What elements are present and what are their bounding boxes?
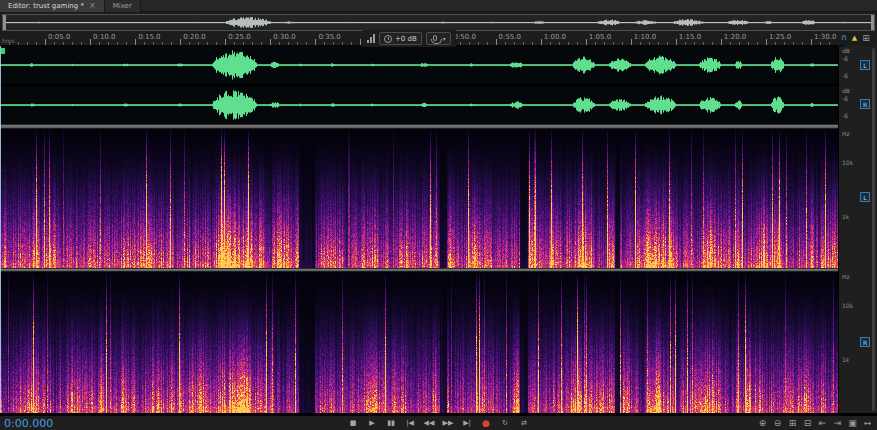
move-next-button[interactable]: ▶| xyxy=(459,417,476,429)
ruler-tick xyxy=(27,42,28,45)
ruler-tick xyxy=(198,42,199,45)
ruler-tick xyxy=(694,42,695,45)
hz-tick-label: 1k xyxy=(842,356,849,363)
spectrogram-right-channel[interactable] xyxy=(0,272,838,413)
time-display[interactable]: 0:00.000 xyxy=(4,417,53,430)
zoom-in-horizontal-button[interactable]: ⊕ xyxy=(756,417,769,429)
waveform-right-channel[interactable] xyxy=(0,86,838,124)
ruler-tick xyxy=(117,42,118,45)
ruler-tick xyxy=(721,39,722,45)
spectrogram-canvas-left[interactable] xyxy=(0,129,838,268)
input-source-group[interactable]: ▾ xyxy=(426,32,451,45)
ruler-tick xyxy=(234,42,235,45)
overview-right-handle[interactable] xyxy=(871,15,874,30)
record-button[interactable]: ● xyxy=(478,417,495,429)
ruler-tick xyxy=(153,42,154,45)
tab-mixer[interactable]: Mixer xyxy=(105,0,141,12)
ruler-tick xyxy=(541,39,542,45)
zoom-in-vertical-button[interactable]: ⊞ xyxy=(786,417,799,429)
ruler-time-label: 1:15.0 xyxy=(679,33,701,41)
ruler-tick xyxy=(757,42,758,45)
loop-button[interactable]: ↻ xyxy=(497,417,514,429)
ruler-tick xyxy=(748,42,749,45)
ruler-tick xyxy=(243,42,244,45)
zoom-to-selection-button[interactable]: ▣ xyxy=(846,417,859,429)
ruler-tick xyxy=(667,42,668,45)
ruler-tick xyxy=(252,42,253,45)
ruler-tick xyxy=(171,42,172,45)
ruler-time-label: 0:55.0 xyxy=(499,33,521,41)
ruler-tick xyxy=(523,42,524,45)
channel-right-button[interactable]: R xyxy=(860,99,870,109)
ruler-tick xyxy=(604,42,605,45)
playhead[interactable] xyxy=(0,46,1,413)
ruler-tick xyxy=(261,42,262,45)
waveform-left-channel[interactable] xyxy=(0,46,838,84)
ruler-tick xyxy=(712,42,713,45)
channel-left-button[interactable]: L xyxy=(860,192,870,202)
spectrogram-canvas-right[interactable] xyxy=(0,272,838,413)
chevron-down-icon: ▾ xyxy=(443,35,446,42)
ruler-tick xyxy=(126,42,127,45)
record-level-group[interactable]: +0 dB xyxy=(379,32,422,45)
waveform-canvas-right[interactable] xyxy=(0,86,838,124)
stop-button[interactable]: ■ xyxy=(345,417,362,429)
hz-unit-label: Hz xyxy=(842,273,850,280)
ruler-time-label: 0:05.0 xyxy=(48,33,70,41)
db-unit-label: dB xyxy=(842,47,850,54)
ruler-tick xyxy=(649,42,650,45)
zoom-out-horizontal-button[interactable]: ⊖ xyxy=(771,417,784,429)
channel-left-button[interactable]: L xyxy=(860,60,870,70)
ruler-tick xyxy=(324,42,325,45)
ruler-tick xyxy=(45,39,46,45)
pause-button[interactable]: ▮▮ xyxy=(383,417,400,429)
zoom-selection-left-button[interactable]: ⇤ xyxy=(816,417,829,429)
level-meter-icon[interactable] xyxy=(367,34,375,43)
timeline-overview[interactable] xyxy=(2,14,875,31)
hz-tick-label: 10k xyxy=(842,302,853,309)
ruler-tick xyxy=(460,42,461,45)
ruler-tick xyxy=(487,42,488,45)
ruler-tick xyxy=(108,42,109,45)
ruler-tick xyxy=(180,39,181,45)
panel-grid-icon[interactable]: ⊞ xyxy=(862,33,870,43)
spectrogram-left-channel[interactable] xyxy=(0,129,838,268)
ruler-time-label: 1:30.0 xyxy=(814,33,836,41)
db-tick-label: -6 xyxy=(842,95,848,102)
ruler-tick xyxy=(469,42,470,45)
ruler-time-label: 0:10.0 xyxy=(93,33,115,41)
ruler-tick xyxy=(685,42,686,45)
selection-handle xyxy=(1,48,5,54)
overview-canvas[interactable] xyxy=(6,15,871,30)
skip-selection-button[interactable]: ⇄ xyxy=(516,417,533,429)
transport-controls: ■▶▮▮|◀◀◀▶▶▶|●↻⇄ xyxy=(345,417,533,429)
db-tick-label: -6 xyxy=(842,72,848,79)
monitor-input-icon[interactable]: ∩ xyxy=(841,33,847,43)
ruler-time-label: 1:00.0 xyxy=(544,33,566,41)
waveform-canvas-left[interactable] xyxy=(0,46,838,84)
ruler-tick xyxy=(81,42,82,45)
ruler-tick xyxy=(532,42,533,45)
ruler-tick xyxy=(766,39,767,45)
vertical-scrollbar[interactable] xyxy=(872,48,875,411)
db-tick-label: -6 xyxy=(842,112,848,119)
play-button[interactable]: ▶ xyxy=(364,417,381,429)
ruler-time-label: 0:50.0 xyxy=(454,33,476,41)
zoom-out-vertical-button[interactable]: ⊟ xyxy=(801,417,814,429)
ruler-tick xyxy=(9,42,10,45)
metronome-icon[interactable]: ▲ xyxy=(852,33,857,43)
tab-editor-label: Editor: trust gaming * xyxy=(8,2,84,10)
ruler-tick xyxy=(640,42,641,45)
ruler-tick xyxy=(559,42,560,45)
move-previous-button[interactable]: |◀ xyxy=(402,417,419,429)
channel-right-button[interactable]: R xyxy=(860,337,870,347)
rewind-button[interactable]: ◀◀ xyxy=(421,417,438,429)
panel-tab-bar: Editor: trust gaming * × Mixer xyxy=(0,0,877,12)
close-icon[interactable]: × xyxy=(89,2,96,10)
zoom-full-button[interactable]: ↔ xyxy=(861,417,874,429)
fast-forward-button[interactable]: ▶▶ xyxy=(440,417,457,429)
ruler-tick xyxy=(496,39,497,45)
zoom-selection-right-button[interactable]: ⇥ xyxy=(831,417,844,429)
ruler-tick xyxy=(72,42,73,45)
tab-editor[interactable]: Editor: trust gaming * × xyxy=(0,0,105,12)
